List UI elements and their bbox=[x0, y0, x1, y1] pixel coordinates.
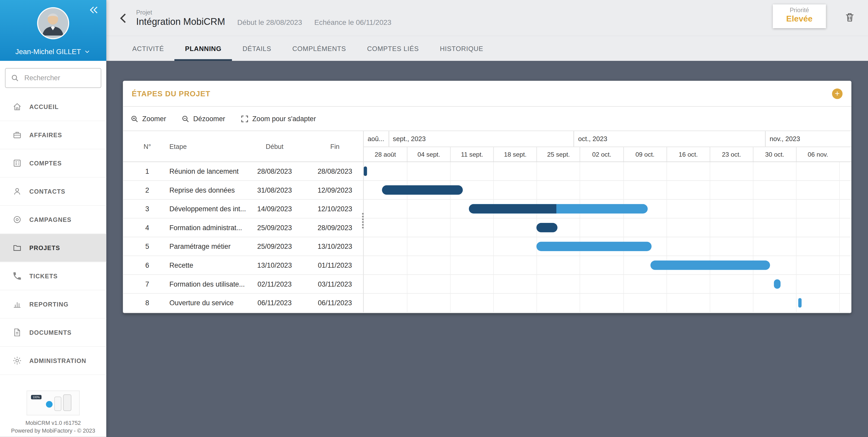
gantt-week-label: 23 oct. bbox=[710, 147, 753, 162]
sidebar-item-label: CAMPAGNES bbox=[29, 216, 71, 223]
step-end: 13/10/2023 bbox=[310, 243, 360, 250]
due-date: Echéance le 06/11/2023 bbox=[314, 18, 392, 27]
app-screen: Jean-Michel GILLET ACCUEILAFFAIRESCOMPTE… bbox=[0, 0, 868, 437]
gantt-bar[interactable] bbox=[364, 166, 367, 176]
table-row[interactable]: 8Ouverture du service06/11/202306/11/202… bbox=[123, 294, 363, 312]
home-icon bbox=[12, 102, 22, 111]
sidebar-item-label: COMPTES bbox=[29, 160, 62, 166]
sidebar-item-administration[interactable]: ADMINISTRATION bbox=[0, 347, 106, 375]
gantt-row bbox=[364, 181, 851, 200]
sidebar-item-comptes[interactable]: COMPTES bbox=[0, 149, 106, 178]
table-row[interactable]: 3Développement des int...14/09/202312/10… bbox=[123, 200, 363, 218]
gantt-row bbox=[364, 162, 851, 181]
tab-activite[interactable]: ACTIVITÉ bbox=[122, 36, 175, 61]
gantt-bar[interactable] bbox=[799, 298, 802, 308]
app-version: MobiCRM v1.0 r61752 bbox=[0, 420, 106, 426]
sidebar-item-label: TICKETS bbox=[29, 273, 58, 279]
step-end: 03/11/2023 bbox=[310, 280, 360, 288]
ledger-icon bbox=[12, 158, 22, 168]
folder-icon bbox=[12, 243, 22, 253]
tabs: ACTIVITÉPLANNINGDÉTAILSCOMPLÉMENTSCOMPTE… bbox=[106, 36, 868, 61]
col-step-header: Etape bbox=[169, 142, 250, 150]
sidebar-item-campagnes[interactable]: CAMPAGNES bbox=[0, 206, 106, 234]
delete-project-icon[interactable] bbox=[844, 11, 855, 23]
gantt-row bbox=[364, 256, 851, 275]
gantt-bar[interactable] bbox=[537, 242, 651, 251]
zoom-out-button[interactable]: Dézoomer bbox=[181, 114, 225, 123]
step-num: 6 bbox=[136, 261, 158, 269]
document-icon bbox=[12, 328, 22, 337]
table-header: N° Etape Début Fin bbox=[123, 131, 363, 162]
add-step-button[interactable]: + bbox=[832, 88, 843, 99]
priority-value: Elevée bbox=[773, 14, 826, 23]
project-header: Projet Intégration MobiCRM Début le 28/0… bbox=[106, 0, 868, 36]
chart-body bbox=[364, 162, 851, 312]
pane-splitter-handle[interactable] bbox=[360, 213, 366, 228]
table-row[interactable]: 6Recette13/10/202301/11/2023 bbox=[123, 256, 363, 275]
tab-details[interactable]: DÉTAILS bbox=[232, 36, 282, 61]
tab-complements[interactable]: COMPLÉMENTS bbox=[282, 36, 357, 61]
gantt-months: aoû...sept., 2023oct., 2023nov., 2023 bbox=[364, 131, 851, 147]
sidebar-item-label: AFFAIRES bbox=[29, 132, 62, 138]
tab-comptes-lies[interactable]: COMPTES LIÉS bbox=[356, 36, 429, 61]
gantt-bar-progress bbox=[469, 204, 557, 213]
step-start: 31/08/2023 bbox=[252, 186, 297, 194]
back-icon[interactable] bbox=[116, 11, 131, 25]
step-start: 28/08/2023 bbox=[252, 167, 297, 175]
header-kicker: Projet bbox=[136, 8, 225, 15]
table-row[interactable]: 2Reprise des données31/08/202312/09/2023 bbox=[123, 181, 363, 200]
powered-by: Powered by MobiFactory - © 2023 bbox=[0, 428, 106, 434]
content: ÉTAPES DU PROJET + Zoomer Dézoome bbox=[106, 61, 868, 437]
gantt-month-label: nov., 2023 bbox=[765, 131, 851, 146]
sidebar-item-affaires[interactable]: AFFAIRES bbox=[0, 121, 106, 149]
zoom-in-button[interactable]: Zoomer bbox=[130, 114, 166, 123]
gantt-bar[interactable] bbox=[537, 223, 558, 232]
sidebar-item-label: DOCUMENTS bbox=[29, 329, 71, 336]
gantt-bar[interactable] bbox=[469, 204, 648, 213]
table-row[interactable]: 1Réunion de lancement28/08/202328/08/202… bbox=[123, 162, 363, 181]
step-name: Ouverture du service bbox=[169, 299, 250, 307]
sidebar-item-label: ACCUEIL bbox=[29, 104, 59, 110]
card-title: ÉTAPES DU PROJET bbox=[132, 89, 210, 98]
gantt-week-label: 25 sept. bbox=[537, 147, 580, 162]
zoom-fit-icon bbox=[240, 114, 249, 123]
step-num: 7 bbox=[136, 280, 158, 288]
step-start: 02/11/2023 bbox=[252, 280, 297, 288]
gantt-week-label: 02 oct. bbox=[580, 147, 623, 162]
search-icon bbox=[11, 73, 20, 82]
gantt-week-label: 28 août bbox=[364, 147, 407, 162]
sidebar-item-contacts[interactable]: CONTACTS bbox=[0, 178, 106, 206]
collapse-sidebar-icon[interactable] bbox=[88, 4, 100, 16]
user-name: Jean-Michel GILLET bbox=[15, 47, 81, 56]
gantt-bar[interactable] bbox=[650, 261, 770, 270]
disc-icon bbox=[12, 214, 22, 225]
tab-planning[interactable]: PLANNING bbox=[175, 36, 232, 61]
step-start: 14/09/2023 bbox=[252, 205, 297, 213]
zoom-in-icon bbox=[130, 114, 139, 123]
sidebar-item-documents[interactable]: DOCUMENTS bbox=[0, 319, 106, 347]
sidebar-item-tickets[interactable]: TICKETS bbox=[0, 262, 106, 291]
tab-historique[interactable]: HISTORIQUE bbox=[429, 36, 494, 61]
gantt-grid: N° Etape Début Fin 1Réunion de lancement… bbox=[123, 131, 851, 312]
gantt-bar[interactable] bbox=[774, 279, 780, 289]
sidebar-item-reporting[interactable]: REPORTING bbox=[0, 291, 106, 319]
sidebar-item-projets[interactable]: PROJETS bbox=[0, 234, 106, 262]
step-name: Reprise des données bbox=[169, 186, 250, 194]
user-menu[interactable]: Jean-Michel GILLET bbox=[0, 47, 106, 56]
table-row[interactable]: 4Formation administrat...25/09/202328/09… bbox=[123, 218, 363, 237]
sidebar-item-accueil[interactable]: ACCUEIL bbox=[0, 93, 106, 121]
avatar[interactable] bbox=[37, 7, 69, 39]
table-row[interactable]: 5Paramétrage métier25/09/202313/10/2023 bbox=[123, 237, 363, 256]
table-row[interactable]: 7Formation des utilisate...02/11/202303/… bbox=[123, 275, 363, 294]
step-name: Formation des utilisate... bbox=[169, 280, 250, 288]
search-input[interactable] bbox=[5, 68, 101, 88]
gantt-week-label: 11 sept. bbox=[450, 147, 493, 162]
gantt-bar[interactable] bbox=[382, 186, 463, 195]
gantt-row bbox=[364, 237, 851, 256]
step-name: Réunion de lancement bbox=[169, 167, 250, 175]
col-num-header: N° bbox=[136, 142, 158, 150]
step-end: 28/09/2023 bbox=[310, 224, 360, 231]
gantt-week-label: 18 sept. bbox=[493, 147, 537, 162]
sidebar-item-label: REPORTING bbox=[29, 301, 68, 308]
zoom-fit-button[interactable]: Zoom pour s'adapter bbox=[240, 114, 316, 123]
